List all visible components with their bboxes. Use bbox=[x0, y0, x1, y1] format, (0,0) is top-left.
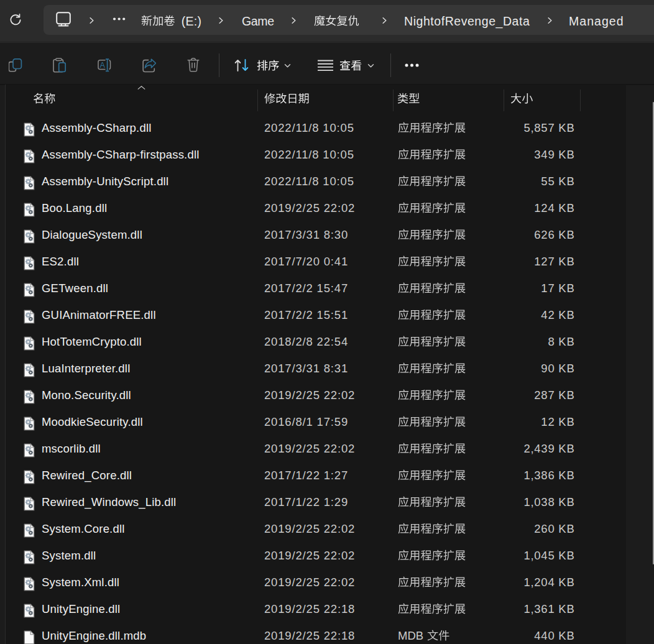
svg-text:A: A bbox=[99, 61, 105, 70]
